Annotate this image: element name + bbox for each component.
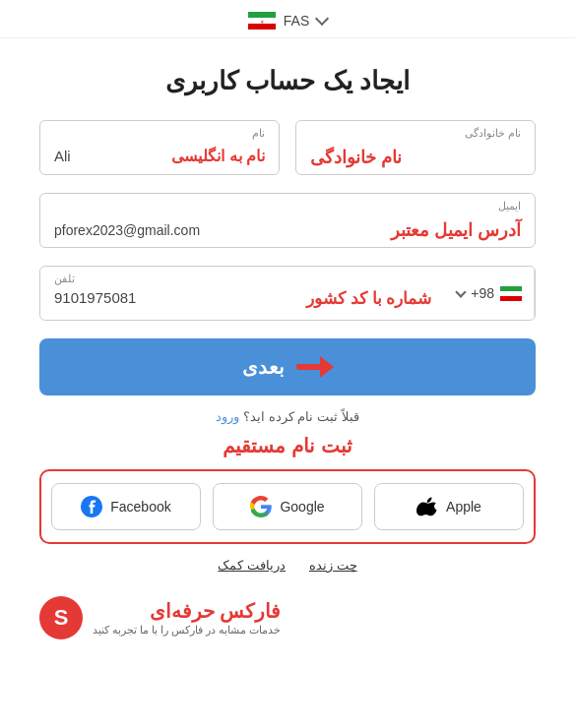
- name-row: نام خانوادگی نام خانوادگی نام نام به انگ…: [39, 120, 536, 175]
- phone-annotation: شماره با کد کشور: [306, 288, 431, 309]
- country-code: +98: [471, 285, 494, 301]
- apple-signup-button[interactable]: Apple: [374, 483, 524, 530]
- brand-text-area: فارکس حرفه‌ای خدمات مشابه در فارکس را با…: [93, 599, 281, 637]
- signin-text: قبلاً ثبت نام کرده اید؟: [243, 409, 358, 424]
- last-name-value: نام خانوادگی: [310, 147, 521, 168]
- first-name-row-inner: نام به انگلیسی Ali: [54, 147, 265, 165]
- email-row-inner: آدرس ایمیل معتبر pforex2023@gmail.com: [54, 219, 521, 241]
- svg-rect-9: [298, 364, 320, 370]
- last-name-annotation: نام خانوادگی: [310, 148, 402, 167]
- facebook-icon: [81, 496, 102, 517]
- brand-footer: فارکس حرفه‌ای خدمات مشابه در فارکس را با…: [0, 588, 575, 655]
- first-name-field[interactable]: نام نام به انگلیسی Ali: [39, 120, 280, 175]
- next-btn-label: بعدی: [242, 355, 285, 379]
- social-row: Apple Google Facebook: [39, 469, 536, 544]
- iran-flag-small-icon: [500, 286, 522, 301]
- phone-label: تلفن: [54, 273, 75, 285]
- email-annotation: آدرس ایمیل معتبر: [391, 219, 521, 241]
- next-button[interactable]: بعدی: [39, 338, 536, 395]
- svg-rect-4: [500, 286, 522, 291]
- form-container: نام خانوادگی نام خانوادگی نام نام به انگ…: [0, 120, 575, 573]
- brand-logo: S: [39, 596, 83, 639]
- chevron-down-icon: [315, 12, 329, 26]
- facebook-signup-button[interactable]: Facebook: [51, 483, 201, 530]
- top-bar[interactable]: FAS ☀: [0, 0, 575, 38]
- svg-marker-8: [320, 356, 334, 378]
- page-title: ایجاد یک حساب کاربری: [0, 66, 575, 96]
- first-name-annotation: نام به انگلیسی: [171, 147, 265, 165]
- phone-number-value: 9101975081: [54, 289, 136, 306]
- google-btn-label: Google: [280, 499, 324, 515]
- email-field[interactable]: ایمیل آدرس ایمیل معتبر pforex2023@gmail.…: [39, 193, 536, 248]
- last-name-field[interactable]: نام خانوادگی نام خانوادگی: [295, 120, 536, 175]
- signin-row: قبلاً ثبت نام کرده اید؟ ورود: [39, 409, 536, 424]
- apple-btn-label: Apple: [446, 499, 481, 515]
- phone-chevron-icon: [456, 286, 467, 297]
- brand-name: فارکس حرفه‌ای: [93, 599, 281, 623]
- get-help-link[interactable]: دریافت کمک: [218, 558, 286, 573]
- live-chat-link[interactable]: چت زنده: [309, 558, 357, 573]
- signin-link[interactable]: ورود: [216, 409, 239, 424]
- email-value: pforex2023@gmail.com: [54, 222, 200, 238]
- iran-flag-icon: ☀: [248, 12, 276, 30]
- phone-number-container: تلفن شماره با کد کشور 9101975081: [40, 267, 445, 320]
- svg-rect-0: [248, 12, 276, 18]
- brand-icon-letter: S: [54, 605, 69, 631]
- first-name-label: نام: [252, 127, 265, 140]
- brand-sub: خدمات مشابه در فارکس را با ما تجربه کنید: [93, 623, 281, 637]
- google-signup-button[interactable]: Google: [213, 483, 362, 530]
- email-row: ایمیل آدرس ایمیل معتبر pforex2023@gmail.…: [39, 193, 536, 248]
- svg-rect-2: [248, 24, 276, 30]
- footer-links: چت زنده دریافت کمک: [39, 558, 536, 573]
- apple-icon: [416, 496, 438, 517]
- arrow-right-icon: [296, 354, 334, 380]
- first-name-value: Ali: [54, 148, 71, 164]
- phone-field[interactable]: +98 تلفن شماره با کد کشور 9101975081: [39, 266, 536, 321]
- facebook-btn-label: Facebook: [110, 499, 170, 515]
- phone-row-inner: شماره با کد کشور 9101975081: [54, 267, 431, 320]
- direct-signup-title: ثبت نام مستقیم: [39, 434, 536, 457]
- phone-country-selector[interactable]: +98: [445, 267, 535, 320]
- last-name-label: نام خانوادگی: [465, 127, 521, 140]
- svg-rect-6: [500, 296, 522, 301]
- svg-rect-5: [500, 291, 522, 296]
- email-label: ایمیل: [498, 200, 521, 212]
- lang-label: FAS: [284, 13, 309, 29]
- google-icon: [250, 496, 272, 517]
